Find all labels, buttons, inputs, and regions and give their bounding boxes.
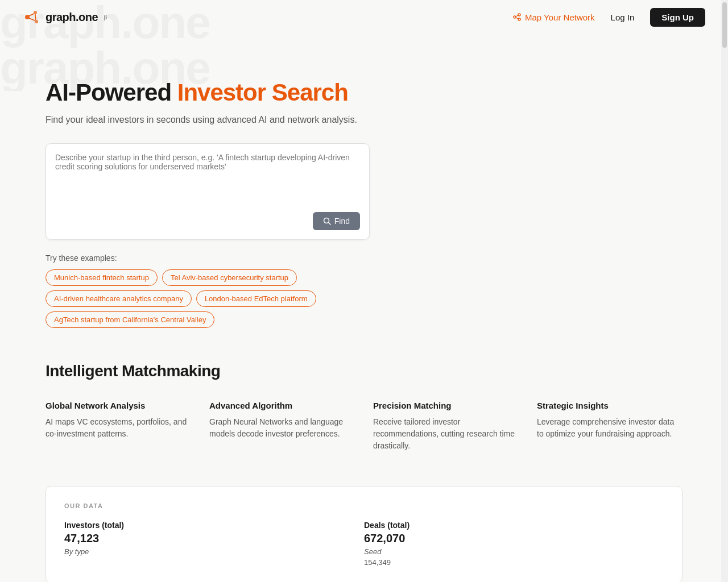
svg-point-2: [35, 20, 38, 23]
matchmaking-section: Intelligent Matchmaking Global Network A…: [0, 328, 728, 475]
logo-icon: [23, 8, 41, 26]
feature-card-2: Precision Matching Receive tailored inve…: [373, 401, 519, 452]
hero-title: AI-Powered Investor Search: [46, 80, 410, 106]
feature-desc-0: AI maps VC ecosystems, portfolios, and c…: [46, 416, 191, 440]
example-tag-4[interactable]: AgTech startup from California's Central…: [46, 311, 214, 328]
svg-point-7: [518, 14, 520, 16]
search-container: Find: [46, 143, 370, 240]
svg-line-4: [29, 18, 35, 20]
logo-beta: β: [104, 14, 107, 20]
feature-title-3: Strategic Insights: [537, 401, 682, 410]
example-tag-0[interactable]: Munich-based fintech startup: [46, 269, 158, 286]
investors-sub: By type: [64, 547, 364, 556]
data-label: OUR DATA: [64, 502, 664, 509]
feature-title-0: Global Network Analysis: [46, 401, 191, 410]
feature-card-0: Global Network Analysis AI maps VC ecosy…: [46, 401, 191, 452]
svg-line-5: [35, 14, 36, 20]
signup-button[interactable]: Sign Up: [650, 8, 705, 27]
hero-subtitle: Find your ideal investors in seconds usi…: [46, 115, 410, 125]
deals-sub-value: 154,349: [364, 558, 664, 567]
search-input[interactable]: [55, 153, 360, 210]
features-grid: Global Network Analysis AI maps VC ecosy…: [46, 401, 682, 452]
hero-section: AI-Powered Investor Search Find your ide…: [0, 80, 455, 328]
feature-card-1: Advanced Algorithm Graph Neural Networks…: [209, 401, 355, 452]
data-row: Investors (total) 47,123 By type Deals (…: [64, 521, 664, 567]
svg-point-6: [514, 16, 516, 18]
network-icon: [512, 13, 522, 22]
data-section: OUR DATA Investors (total) 47,123 By typ…: [46, 486, 682, 582]
logo-area: graph.oneβ: [23, 8, 107, 26]
scrollbar[interactable]: [721, 0, 728, 582]
investors-col: Investors (total) 47,123 By type: [64, 521, 364, 556]
investors-value: 47,123: [64, 532, 364, 545]
feature-desc-1: Graph Neural Networks and language model…: [209, 416, 355, 440]
nav-right: Map Your Network Log In Sign Up: [512, 8, 705, 27]
navbar: graph.oneβ Map Your Network Log In Sign …: [0, 0, 728, 34]
deals-sub: Seed: [364, 547, 664, 556]
map-network-label: Map Your Network: [525, 13, 595, 22]
search-icon: [323, 217, 331, 225]
scrollbar-thumb[interactable]: [722, 2, 727, 48]
map-network-link[interactable]: Map Your Network: [512, 13, 595, 22]
deals-label: Deals (total): [364, 521, 664, 530]
login-button[interactable]: Log In: [604, 8, 642, 27]
hero-title-highlight: Investor Search: [177, 79, 348, 106]
svg-point-8: [518, 18, 520, 20]
examples-label: Try these examples:: [46, 253, 410, 263]
example-tag-3[interactable]: London-based EdTech platform: [196, 290, 316, 307]
svg-line-10: [516, 18, 518, 19]
feature-title-1: Advanced Algorithm: [209, 401, 355, 410]
feature-title-2: Precision Matching: [373, 401, 519, 410]
deals-col: Deals (total) 672,070 Seed 154,349: [364, 521, 664, 567]
deals-value: 672,070: [364, 532, 664, 545]
investors-label: Investors (total): [64, 521, 364, 530]
svg-point-0: [25, 15, 30, 19]
feature-desc-2: Receive tailored investor recommendation…: [373, 416, 519, 452]
logo-text: graph.one: [46, 11, 98, 24]
svg-line-3: [29, 14, 34, 16]
examples-tags: Munich-based fintech startup Tel Aviv-ba…: [46, 269, 370, 328]
search-footer: Find: [55, 212, 360, 230]
main-content: AI-Powered Investor Search Find your ide…: [0, 34, 728, 582]
matchmaking-title: Intelligent Matchmaking: [46, 362, 682, 380]
example-tag-1[interactable]: Tel Aviv-based cybersecurity startup: [162, 269, 297, 286]
svg-line-12: [328, 223, 330, 225]
feature-card-3: Strategic Insights Leverage comprehensiv…: [537, 401, 682, 452]
hero-title-part1: AI-Powered: [46, 79, 177, 106]
svg-line-9: [516, 15, 518, 16]
find-button[interactable]: Find: [313, 212, 360, 230]
find-label: Find: [334, 217, 350, 226]
feature-desc-3: Leverage comprehensive investor data to …: [537, 416, 682, 440]
example-tag-2[interactable]: AI-driven healthcare analytics company: [46, 290, 192, 307]
